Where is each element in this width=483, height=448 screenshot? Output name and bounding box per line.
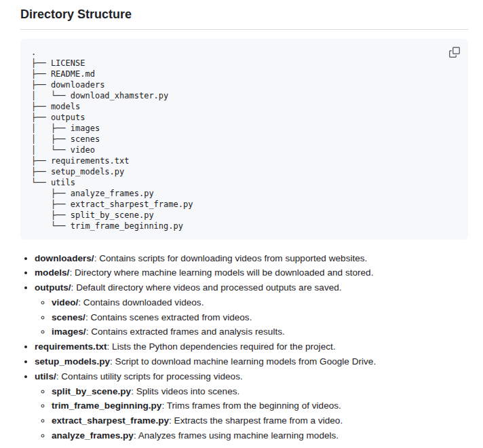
item-name: split_by_scene.py <box>52 386 131 396</box>
item-desc: : Analyzes frames using machine learning… <box>134 430 339 441</box>
item-desc: : Contains extracted frames and analysis… <box>86 326 285 337</box>
list-item: video/: Contains downloaded videos. <box>52 295 468 310</box>
sub-list: split_by_scene.py: Splits videos into sc… <box>35 384 468 443</box>
directory-tree: . ├── LICENSE ├── README.md ├── download… <box>31 47 457 231</box>
list-item: downloaders/: Contains scripts for downl… <box>35 251 468 266</box>
list-item: split_by_scene.py: Splits videos into sc… <box>52 384 468 399</box>
item-name: trim_frame_beginning.py <box>52 400 161 411</box>
list-item: requirements.txt: Lists the Python depen… <box>35 339 468 354</box>
item-name: outputs/ <box>35 282 71 293</box>
list-item: outputs/: Default directory where videos… <box>35 280 468 339</box>
directory-tree-code-block: . ├── LICENSE ├── README.md ├── download… <box>20 39 468 240</box>
list-item: analyze_frames.py: Analyzes frames using… <box>52 428 468 443</box>
item-desc: : Directory where machine learning model… <box>69 267 373 278</box>
item-desc: : Lists the Python dependencies required… <box>107 341 336 352</box>
list-item: trim_frame_beginning.py: Trims frames fr… <box>52 398 468 413</box>
page-title: Directory Structure <box>20 4 468 30</box>
list-item: utils/: Contains utility scripts for pro… <box>35 369 468 443</box>
item-name: downloaders/ <box>35 253 94 263</box>
item-name: images/ <box>52 326 86 337</box>
copy-button[interactable] <box>446 43 463 61</box>
item-desc: : Contains scripts for downloading video… <box>94 253 368 263</box>
item-desc: : Extracts the sharpest frame from a vid… <box>169 415 343 426</box>
list-item: setup_models.py: Script to download mach… <box>35 354 468 369</box>
item-name: video/ <box>52 297 78 307</box>
item-name: analyze_frames.py <box>52 430 134 441</box>
list-item: extract_sharpest_frame.py: Extracts the … <box>52 413 468 428</box>
item-name: models/ <box>35 267 69 278</box>
description-list: downloaders/: Contains scripts for downl… <box>20 251 468 443</box>
item-desc: : Contains downloaded videos. <box>78 297 204 307</box>
item-name: scenes/ <box>52 312 85 322</box>
item-desc: : Splits videos into scenes. <box>131 386 239 396</box>
readme-page: Directory Structure . ├── LICENSE ├── RE… <box>0 0 483 448</box>
item-name: setup_models.py <box>35 356 110 367</box>
item-desc: : Contains scenes extracted from videos. <box>85 312 252 322</box>
list-item: models/: Directory where machine learnin… <box>35 265 468 280</box>
sub-list: video/: Contains downloaded videos. scen… <box>35 295 468 339</box>
item-desc: : Trims frames from the beginning of vid… <box>161 400 341 411</box>
item-name: extract_sharpest_frame.py <box>52 415 169 426</box>
item-name: utils/ <box>35 371 56 381</box>
item-desc: : Default directory where videos and pro… <box>71 282 342 293</box>
list-item: images/: Contains extracted frames and a… <box>52 324 468 339</box>
item-name: requirements.txt <box>35 341 107 352</box>
item-desc: : Script to download machine learning mo… <box>110 356 376 367</box>
list-item: scenes/: Contains scenes extracted from … <box>52 310 468 325</box>
item-desc: : Contains utility scripts for processin… <box>56 371 243 381</box>
copy-icon <box>449 47 460 58</box>
